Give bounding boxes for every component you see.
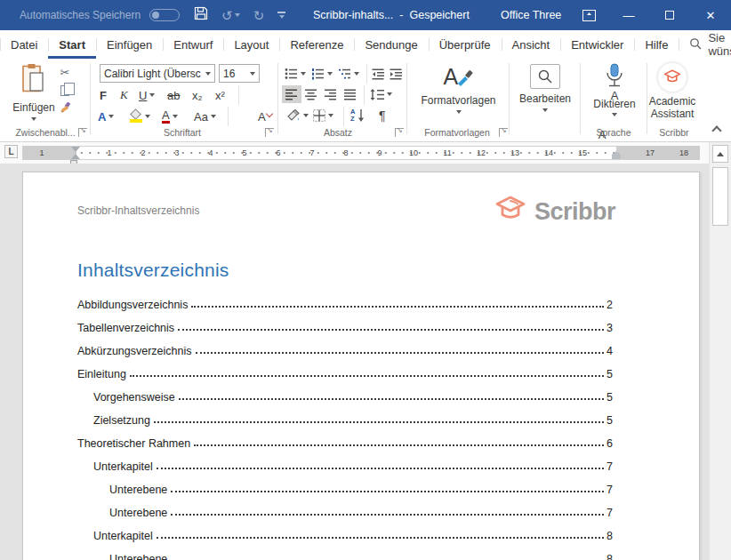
multilevel-list-button[interactable] (338, 65, 359, 83)
change-case-button[interactable]: Aa (194, 108, 216, 125)
toggle-knob (152, 12, 159, 19)
ribbon-tab[interactable]: Überprüfe (429, 30, 502, 59)
dictate-label: Diktieren (593, 98, 635, 110)
toc-entry[interactable]: Unterebene 7 (77, 476, 613, 500)
word-window: Automatisches Speichern ↺ ↻ Scribbr-inha… (0, 0, 731, 560)
increase-indent-button[interactable] (390, 65, 402, 83)
academic-assistant-button[interactable]: Academic Assistant (645, 62, 700, 120)
editing-label: Bearbeiten (519, 92, 571, 105)
justify-button[interactable] (344, 85, 357, 103)
align-center-button[interactable] (305, 85, 317, 103)
toc-entry[interactable]: Unterebene 7 (77, 500, 613, 523)
vertical-scrollbar[interactable] (709, 142, 731, 560)
maximize-button[interactable] (649, 0, 690, 30)
clipboard-dialog-launcher[interactable] (78, 128, 87, 137)
save-status: Gespeichert (409, 9, 469, 21)
font-color-button[interactable]: A (162, 108, 178, 125)
toc-entry[interactable]: Abkürzungsverzeichnis 4 (77, 338, 613, 361)
ribbon-tab[interactable]: Ansicht (502, 30, 561, 59)
format-painter-button[interactable] (59, 102, 71, 118)
paragraph-group-label: Absatz (280, 127, 396, 138)
account-name[interactable]: Office Three (501, 0, 561, 30)
ribbon-tab[interactable]: Entwurf (163, 30, 223, 59)
autosave-toggle[interactable] (149, 9, 180, 21)
highlighter-icon (130, 110, 142, 123)
toc-entry[interactable]: Unterebene 8 (77, 546, 613, 560)
copy-button[interactable] (60, 85, 69, 96)
align-right-button[interactable] (325, 85, 337, 103)
hanging-indent-marker[interactable] (71, 154, 80, 159)
numbering-button[interactable] (311, 65, 333, 83)
line-spacing-button[interactable] (370, 85, 392, 103)
ribbon-tab[interactable]: Referenze (279, 30, 354, 59)
decrease-indent-button[interactable] (372, 65, 384, 83)
assistant-label-1: Academic (649, 95, 696, 108)
sort-button[interactable]: AZ (350, 107, 365, 124)
styles-button[interactable]: A Formatvorlagen (416, 64, 501, 114)
cut-button[interactable]: ✂ (60, 66, 70, 79)
strikethrough-button[interactable]: ab (167, 86, 180, 104)
align-left-button[interactable] (282, 85, 301, 103)
first-line-indent-marker[interactable] (71, 147, 80, 152)
ribbon-display-options-button[interactable] (574, 0, 604, 30)
ribbon-tab[interactable]: Datei (0, 30, 48, 59)
customize-qat-button[interactable] (277, 12, 285, 19)
tab-selector-button[interactable]: L (4, 145, 18, 158)
toc-dot-leader (196, 352, 605, 354)
save-icon[interactable] (194, 6, 208, 24)
bullets-button[interactable] (285, 65, 306, 83)
ribbon-tab[interactable]: Entwickler (560, 30, 634, 59)
paragraph-dialog-launcher[interactable] (395, 128, 404, 137)
toc-entry[interactable]: Unterkapitel 7 (77, 453, 613, 476)
document-page[interactable]: Scribbr-Inhaltsverzeichnis Scribbr Inhal… (22, 172, 700, 560)
minimize-button[interactable]: — (608, 0, 649, 30)
toc-entry-label: Unterebene (109, 507, 167, 523)
paste-button[interactable]: Einfügen (11, 63, 57, 136)
toc-entry-label: Unterkapitel (93, 530, 153, 546)
ribbon-tab[interactable]: Sendunge (354, 30, 428, 59)
font-group-label: Schriftart (100, 127, 265, 138)
toc-entry[interactable]: Einleitung 5 (77, 361, 613, 384)
toc-entry-page: 2 (606, 299, 613, 315)
toc-dot-leader (178, 329, 604, 331)
tell-me-search[interactable]: Sie wüns (679, 30, 731, 59)
scroll-up-button[interactable] (712, 145, 728, 163)
close-button[interactable]: ✕ (690, 0, 731, 30)
toc-entry[interactable]: Theoretischer Rahmen 6 (77, 430, 613, 453)
shading-button[interactable] (286, 107, 309, 124)
bold-button[interactable]: F (100, 86, 107, 104)
paste-label: Einfügen (12, 101, 54, 114)
ribbon-tab[interactable]: Start (48, 30, 96, 59)
highlight-button[interactable] (130, 108, 150, 125)
ribbon-tab[interactable]: Einfügen (96, 30, 163, 59)
toc-entry[interactable]: Tabellenverzeichnis 3 (77, 315, 613, 338)
undo-dropdown-icon (235, 13, 240, 17)
toc-entry[interactable]: Vorgehensweise 5 (77, 384, 613, 407)
underline-button[interactable]: U (139, 86, 155, 104)
toc-entry[interactable]: Abbildungsverzeichnis 2 (77, 292, 613, 315)
font-name-combo[interactable]: Calibri Light (Übersc (100, 64, 215, 83)
superscript-button[interactable]: x² (215, 86, 225, 104)
undo-button[interactable]: ↺ (221, 9, 240, 22)
show-paragraph-marks-button[interactable]: ¶ (379, 107, 386, 124)
borders-button[interactable] (313, 107, 333, 124)
table-of-contents: Abbildungsverzeichnis 2 Tabellenverzeich… (77, 292, 613, 560)
dictate-button[interactable]: Diktieren (587, 62, 642, 116)
redo-button[interactable]: ↻ (253, 9, 265, 22)
ribbon-tab[interactable]: Hilfe (634, 30, 679, 59)
shrink-font-button[interactable]: A (258, 108, 266, 125)
styles-dialog-launcher[interactable] (499, 128, 508, 137)
ribbon-tab[interactable]: Layout (223, 30, 279, 59)
editing-button[interactable]: Bearbeiten (516, 64, 574, 112)
toc-entry-page: 5 (606, 391, 613, 407)
toc-entry-label: Abkürzungsverzeichnis (77, 345, 192, 361)
toc-entry[interactable]: Unterkapitel 8 (77, 523, 613, 546)
scrollbar-thumb[interactable] (712, 167, 728, 226)
italic-button[interactable]: K (120, 86, 128, 104)
font-dialog-launcher[interactable] (265, 128, 274, 137)
scribbr-group-label: Scribbr (648, 127, 700, 138)
toc-entry[interactable]: Zielsetzung 5 (77, 407, 613, 430)
subscript-button[interactable]: x₂ (192, 86, 203, 104)
text-effects-button[interactable]: A (98, 108, 114, 125)
font-size-combo[interactable]: 16 (219, 64, 260, 83)
